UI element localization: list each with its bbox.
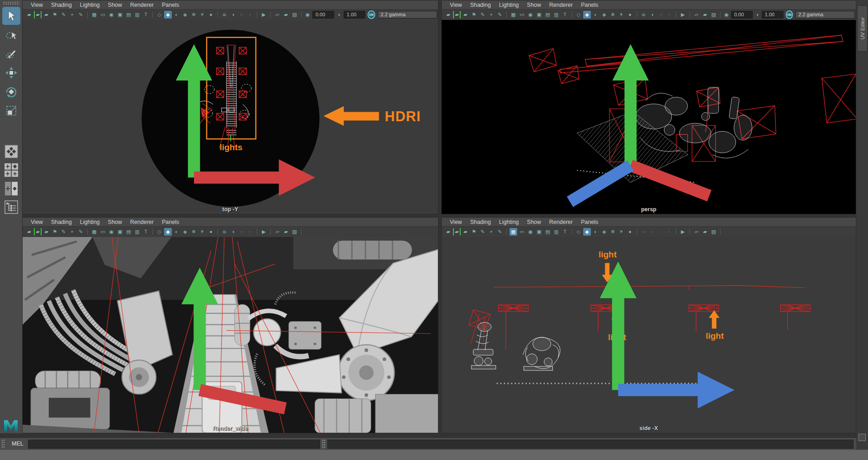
- lighting-icon[interactable]: ☀: [198, 11, 206, 19]
- film-gate-icon[interactable]: ▭: [518, 228, 526, 236]
- layout-four-pane-button[interactable]: [4, 162, 19, 178]
- bookmark-icon[interactable]: ⚑: [51, 11, 59, 19]
- camera-icon[interactable]: ▰: [444, 11, 452, 19]
- viewport-top-canvas[interactable]: HDRI lights top -Y: [23, 20, 438, 214]
- shadows-icon[interactable]: ●: [207, 11, 215, 19]
- bookmark-icon[interactable]: ⚑: [51, 228, 59, 236]
- film-gate-icon[interactable]: ▭: [99, 11, 107, 19]
- gate-mask-icon[interactable]: ▣: [116, 228, 124, 236]
- depth-of-field-icon[interactable]: ◑: [229, 11, 237, 19]
- menu-view[interactable]: View: [446, 2, 466, 8]
- mel-result-field[interactable]: [327, 440, 854, 449]
- scale-tool-button[interactable]: [2, 102, 20, 120]
- layout-single-pane-button[interactable]: [4, 144, 19, 159]
- layout-outliner-pane-button[interactable]: [4, 199, 19, 215]
- safe-title-icon[interactable]: T: [561, 11, 569, 19]
- pane-layout-icon[interactable]: ▨: [291, 11, 298, 19]
- use-default-material-icon[interactable]: ◈: [181, 228, 189, 236]
- shadows-icon[interactable]: ●: [626, 11, 634, 19]
- motion-blur-icon[interactable]: ◌: [238, 228, 245, 236]
- select-camera-icon[interactable]: ▰: [453, 11, 461, 19]
- paste-layout-icon[interactable]: ▰: [701, 11, 709, 19]
- safe-action-icon[interactable]: ▥: [133, 11, 141, 19]
- paste-layout-icon[interactable]: ▰: [282, 11, 290, 19]
- resolution-gate-icon[interactable]: ◉: [527, 228, 534, 236]
- copy-layout-icon[interactable]: ▱: [274, 228, 281, 236]
- image-plane-icon[interactable]: ✎: [60, 228, 67, 236]
- depth-of-field-icon[interactable]: ◑: [648, 228, 656, 236]
- safe-title-icon[interactable]: T: [142, 11, 150, 19]
- exposure-icon[interactable]: ☠: [640, 11, 647, 19]
- menu-panels[interactable]: Panels: [158, 219, 183, 225]
- gate-mask-icon[interactable]: ▣: [535, 228, 543, 236]
- gamma-on-toggle[interactable]: ON: [786, 10, 793, 19]
- grid-icon[interactable]: ▦: [90, 228, 98, 236]
- gate-mask-icon[interactable]: ▣: [116, 11, 124, 19]
- menu-panels[interactable]: Panels: [577, 2, 602, 8]
- command-line-grip-2[interactable]: [322, 439, 325, 449]
- textured-icon[interactable]: ◐: [592, 228, 599, 236]
- menu-renderer[interactable]: Renderer: [126, 2, 158, 8]
- safe-title-icon[interactable]: T: [142, 228, 150, 236]
- select-camera-icon[interactable]: ▰: [34, 11, 42, 19]
- textured-icon[interactable]: ◐: [173, 11, 180, 19]
- menu-lighting[interactable]: Lighting: [495, 2, 523, 8]
- lighting-icon[interactable]: ☀: [618, 11, 625, 19]
- menu-show[interactable]: Show: [523, 219, 545, 225]
- field-chart-icon[interactable]: ▤: [544, 228, 552, 236]
- wireframe-icon[interactable]: ◇: [575, 228, 582, 236]
- isolate-select-icon[interactable]: ▶: [260, 228, 268, 236]
- camera-icon[interactable]: ▰: [25, 228, 33, 236]
- contrast-icon[interactable]: ◑: [335, 11, 342, 19]
- lock-camera-icon[interactable]: ▰: [42, 11, 50, 19]
- lock-camera-icon[interactable]: ▰: [42, 228, 50, 236]
- lock-camera-icon[interactable]: ▰: [462, 228, 469, 236]
- safe-action-icon[interactable]: ▥: [552, 228, 560, 236]
- exposure-icon[interactable]: ☠: [640, 228, 647, 236]
- image-plane-icon[interactable]: ✎: [60, 11, 67, 19]
- menu-shading[interactable]: Shading: [466, 219, 495, 225]
- grid-icon[interactable]: ▦: [509, 11, 517, 19]
- menu-view[interactable]: View: [446, 219, 466, 225]
- menu-renderer[interactable]: Renderer: [126, 219, 158, 225]
- menu-lighting[interactable]: Lighting: [76, 2, 104, 8]
- menu-lighting[interactable]: Lighting: [76, 219, 104, 225]
- exposure-field[interactable]: 0.00: [312, 11, 334, 19]
- field-chart-icon[interactable]: ▤: [125, 11, 132, 19]
- textured-icon[interactable]: ◐: [592, 11, 599, 19]
- resolution-gate-icon[interactable]: ◉: [108, 11, 115, 19]
- paste-layout-icon[interactable]: ▰: [282, 228, 290, 236]
- motion-blur-icon[interactable]: ◌: [657, 228, 665, 236]
- resolution-gate-icon[interactable]: ◉: [527, 11, 534, 19]
- copy-layout-icon[interactable]: ▱: [693, 11, 700, 19]
- menu-panels[interactable]: Panels: [577, 219, 602, 225]
- grease-pencil-icon[interactable]: ✎: [496, 11, 504, 19]
- contrast-icon[interactable]: ◑: [754, 11, 760, 19]
- grease-pencil-icon[interactable]: ✎: [77, 11, 85, 19]
- grid-icon[interactable]: ▦: [509, 228, 517, 236]
- layout-two-pane-button[interactable]: [4, 181, 19, 196]
- uv-editor-tab[interactable]: UV Editor: [857, 5, 868, 52]
- pane-layout-icon[interactable]: ▨: [710, 11, 717, 19]
- shaded-icon[interactable]: ◆: [583, 228, 591, 236]
- toolbox-grip[interactable]: [3, 1, 19, 5]
- menu-view[interactable]: View: [27, 219, 47, 225]
- move-tool-button[interactable]: [2, 64, 20, 82]
- anti-alias-icon[interactable]: ▪: [246, 11, 254, 19]
- exposure-icon[interactable]: ◉: [723, 11, 730, 19]
- safe-action-icon[interactable]: ▥: [552, 11, 560, 19]
- isolate-select-icon[interactable]: ▶: [679, 11, 687, 19]
- depth-of-field-icon[interactable]: ◑: [229, 228, 237, 236]
- copy-layout-icon[interactable]: ▱: [693, 228, 700, 236]
- anti-alias-icon[interactable]: ▪: [665, 11, 673, 19]
- menu-shading[interactable]: Shading: [47, 2, 76, 8]
- use-default-material-icon[interactable]: ◈: [600, 228, 608, 236]
- camera-icon[interactable]: ▰: [444, 228, 452, 236]
- wireframe-icon[interactable]: ◇: [156, 11, 163, 19]
- motion-blur-icon[interactable]: ◌: [238, 11, 245, 19]
- mel-label[interactable]: MEL: [12, 438, 24, 450]
- film-gate-icon[interactable]: ▭: [99, 228, 107, 236]
- menu-shading[interactable]: Shading: [47, 219, 76, 225]
- select-camera-icon[interactable]: ▰: [453, 228, 461, 236]
- depth-of-field-icon[interactable]: ◑: [648, 11, 656, 19]
